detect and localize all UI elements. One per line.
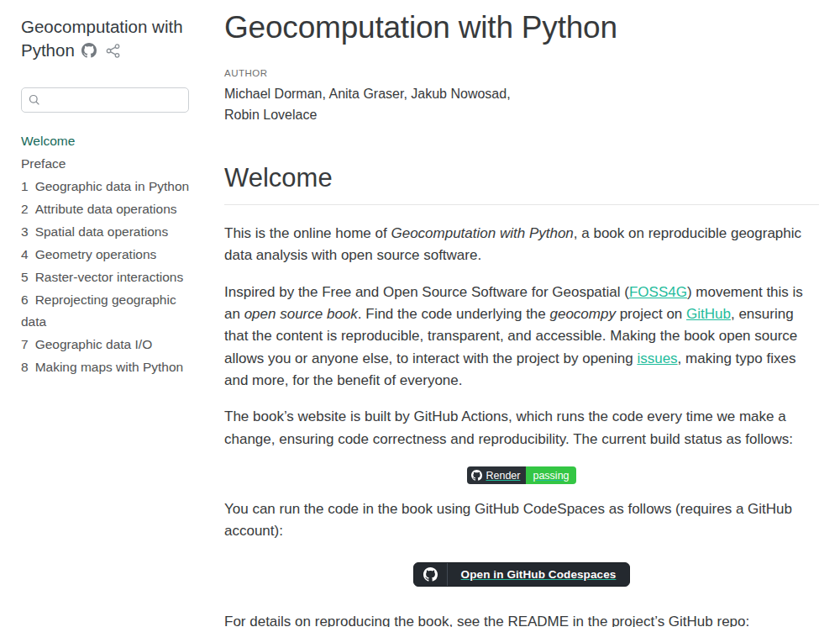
chapter-label: Geographic data in Python xyxy=(35,179,190,193)
chapter-label: Attribute data operations xyxy=(35,202,177,216)
emphasized-text: geocompy xyxy=(550,306,616,322)
badge-row: Render passing xyxy=(224,466,819,484)
sidebar: Geocomputation with Python Welcome xyxy=(21,15,191,379)
text-run: You can run the code in the book using G… xyxy=(224,501,792,539)
authors-line-1: Michael Dorman, Anita Graser, Jakub Nowo… xyxy=(224,84,819,105)
text-link[interactable]: GitHub xyxy=(686,306,731,322)
codespaces-button-label: Open in GitHub Codespaces xyxy=(448,563,630,586)
chapter-label: Raster-vector interactions xyxy=(35,270,184,284)
chapter-number: 2 xyxy=(21,202,29,216)
sidebar-item-welcome[interactable]: Welcome xyxy=(21,130,191,152)
main-content: Geocomputation with Python AUTHOR Michae… xyxy=(224,10,819,627)
github-icon[interactable] xyxy=(81,43,97,58)
chapter-label: Making maps with Python xyxy=(35,360,184,374)
text-run: Inspired by the Free and Open Source Sof… xyxy=(224,284,629,300)
search-input[interactable] xyxy=(21,87,189,113)
badge-left-label: Render xyxy=(486,470,520,482)
author-label: AUTHOR xyxy=(224,68,819,78)
text-run: . Find the code underlying the xyxy=(358,306,550,322)
emphasized-text: open source book xyxy=(244,306,358,322)
paragraph-readme: For details on reproducing the book, see… xyxy=(224,611,819,627)
paragraph-codespaces: You can run the code in the book using G… xyxy=(224,498,819,543)
text-run: This is the online home of xyxy=(224,225,391,241)
chapter-number: 7 xyxy=(21,337,29,351)
open-codespaces-button[interactable]: Open in GitHub Codespaces xyxy=(413,562,631,587)
prose: This is the online home of Geocomputatio… xyxy=(224,223,819,627)
authors-line-2: Robin Lovelace xyxy=(224,105,819,126)
sidebar-item-chapter-7[interactable]: 7Geographic data I/O xyxy=(21,334,191,356)
badge-status: passing xyxy=(526,466,575,484)
text-run: For details on reproducing the book, see… xyxy=(224,614,749,627)
sidebar-book-title: Geocomputation with Python xyxy=(21,15,191,63)
paragraph-open-source: Inspired by the Free and Open Source Sof… xyxy=(224,282,819,393)
sidebar-item-chapter-6[interactable]: 6Reprojecting geographic data xyxy=(21,289,191,333)
chapter-label: Geographic data I/O xyxy=(35,337,153,351)
page-title: Geocomputation with Python xyxy=(224,10,819,45)
sidebar-item-chapter-4[interactable]: 4Geometry operations xyxy=(21,244,191,266)
chapter-label: Geometry operations xyxy=(35,247,157,261)
chapter-number: 5 xyxy=(21,270,29,284)
chapter-label: Reprojecting geographic data xyxy=(21,292,176,329)
sidebar-item-chapter-1[interactable]: 1Geographic data in Python xyxy=(21,176,191,198)
chapter-number: 3 xyxy=(21,224,29,239)
chapter-number: 8 xyxy=(21,360,29,374)
paragraph-intro: This is the online home of Geocomputatio… xyxy=(224,223,819,267)
badge-left: Render xyxy=(467,466,526,484)
section-heading-welcome: Welcome xyxy=(224,163,819,205)
text-link[interactable]: FOSS4G xyxy=(629,284,687,300)
text-run: project on xyxy=(616,306,686,322)
github-icon xyxy=(414,563,448,586)
share-icon[interactable] xyxy=(106,44,120,58)
sidebar-item-chapter-5[interactable]: 5Raster-vector interactions xyxy=(21,266,191,288)
chapter-number: 1 xyxy=(21,179,29,193)
chapter-number: 6 xyxy=(21,292,29,307)
text-link[interactable]: issues xyxy=(637,350,677,366)
github-icon xyxy=(471,470,482,481)
sidebar-item-chapter-3[interactable]: 3Spatial data operations xyxy=(21,221,191,243)
codespaces-row: Open in GitHub Codespaces xyxy=(224,562,819,587)
sidebar-search xyxy=(21,87,189,113)
sidebar-toc: Welcome Preface 1Geographic data in Pyth… xyxy=(21,130,191,378)
sidebar-item-chapter-2[interactable]: 2Attribute data operations xyxy=(21,198,191,220)
sidebar-item-chapter-8[interactable]: 8Making maps with Python xyxy=(21,356,191,378)
emphasized-text: Geocomputation with Python xyxy=(391,225,573,241)
sidebar-item-preface[interactable]: Preface xyxy=(21,153,191,175)
text-run: The book’s website is built by GitHub Ac… xyxy=(224,408,793,446)
chapter-number: 4 xyxy=(21,247,29,261)
authors: Michael Dorman, Anita Graser, Jakub Nowo… xyxy=(224,84,819,126)
chapter-label: Spatial data operations xyxy=(35,224,169,239)
render-status-badge[interactable]: Render passing xyxy=(467,466,575,484)
paragraph-build-status: The book’s website is built by GitHub Ac… xyxy=(224,406,819,450)
